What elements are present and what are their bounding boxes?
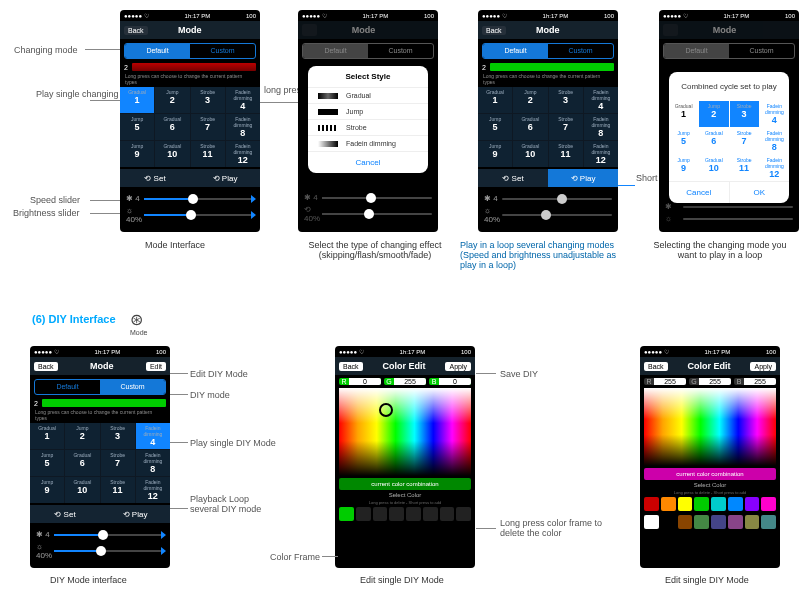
play-button[interactable]: ⟲ Play — [190, 169, 260, 187]
brightness-slider[interactable]: ☼ 40% — [126, 206, 254, 224]
color-swatch[interactable] — [661, 515, 676, 529]
label-bright-slider: Brightness slider — [13, 208, 80, 218]
cancel-button[interactable]: Cancel — [669, 182, 729, 203]
color-picker[interactable] — [339, 388, 471, 476]
caption-7: Edit single DIY Mode — [665, 575, 749, 585]
phone-mode-interface: ●●●●● ♡1h:17 PM100 Back Mode DefaultCust… — [120, 10, 260, 232]
label-playback-loop: Playback Loop several DIY mode — [190, 494, 280, 514]
caption-6: Edit single DIY Mode — [360, 575, 444, 585]
page-title: Mode — [178, 25, 202, 35]
caption-5: DIY Mode interface — [50, 575, 127, 585]
arrow-bright — [90, 213, 120, 214]
arrow-play-single — [90, 100, 120, 101]
color-swatch[interactable] — [694, 515, 709, 529]
color-swatch[interactable] — [761, 515, 776, 529]
play-button[interactable]: ⟲ Play — [548, 169, 618, 187]
color-swatch[interactable] — [661, 497, 676, 511]
cancel-button[interactable]: Cancel — [308, 152, 428, 173]
color-frame-row[interactable] — [335, 507, 475, 525]
apply-button[interactable]: Apply — [445, 362, 471, 371]
label-changing-mode: Changing mode — [14, 45, 78, 55]
color-swatch[interactable] — [761, 497, 776, 511]
color-swatch[interactable] — [440, 507, 455, 521]
color-swatch[interactable] — [711, 497, 726, 511]
phone-play-loop: ●●●●● ♡1h:17 PM100 BackMode DefaultCusto… — [478, 10, 618, 232]
phone-color-edit-1: ●●●●● ♡1h:17 PM100 BackColor EditApply R… — [335, 346, 475, 568]
color-swatch[interactable] — [694, 497, 709, 511]
label-diy-mode: DIY mode — [190, 390, 230, 400]
color-swatch[interactable] — [373, 507, 388, 521]
phone-color-edit-2: ●●●●● ♡1h:17 PM100 BackColor EditApply R… — [640, 346, 780, 568]
color-swatch[interactable] — [728, 515, 743, 529]
mode-grid: Gradual1 Jump2 Strobe3 Fadein dimming4 J… — [120, 87, 260, 167]
caption-3: Play in a loop several changing modes (S… — [460, 240, 630, 270]
color-swatch[interactable] — [389, 507, 404, 521]
preview-bar — [132, 63, 256, 71]
arrow-short-press — [615, 185, 635, 186]
edit-button[interactable]: Edit — [146, 362, 166, 371]
color-swatch[interactable] — [406, 507, 421, 521]
color-swatch[interactable] — [745, 515, 760, 529]
color-swatch[interactable] — [678, 515, 693, 529]
section-diy-title: (6) DIY Interface — [32, 313, 116, 325]
label-speed-slider: Speed slider — [30, 195, 80, 205]
caption-4: Selecting the changing mode you want to … — [650, 240, 790, 260]
set-button[interactable]: ⟲ Set — [120, 169, 190, 187]
modal-body: Combined cycle set to play — [669, 72, 789, 101]
phone-diy-interface: ●●●●● ♡1h:17 PM100 BackModeEdit DefaultC… — [30, 346, 170, 568]
set-button[interactable]: ⟲ Set — [478, 169, 548, 187]
color-swatch[interactable] — [339, 507, 354, 521]
arrow-speed — [90, 200, 120, 201]
phone-combined-cycle: ●●●●● ♡1h:17 PM100 Mode DefaultCustom ✱ … — [659, 10, 799, 232]
caption-2: Select the type of changing effect (skip… — [295, 240, 455, 260]
color-swatch[interactable] — [728, 497, 743, 511]
label-play-single-diy: Play single DIY Mode — [190, 438, 276, 448]
color-swatch[interactable] — [678, 497, 693, 511]
color-swatch[interactable] — [456, 507, 471, 521]
caption-1: Mode Interface — [145, 240, 205, 250]
color-swatch[interactable] — [644, 497, 659, 511]
color-swatch[interactable] — [644, 515, 659, 529]
color-swatch[interactable] — [356, 507, 371, 521]
style-option[interactable]: Gradual — [308, 87, 428, 103]
arrow-changing-mode — [85, 49, 120, 50]
label-edit-diy: Edit DIY Mode — [190, 369, 248, 379]
phone-select-style: ●●●●● ♡1h:17 PM100 Mode DefaultCustom ✱ … — [298, 10, 438, 232]
speed-slider[interactable]: ✱ 4 — [126, 194, 254, 203]
ok-button[interactable]: OK — [729, 182, 790, 203]
label-color-frame: Color Frame — [270, 552, 320, 562]
arrow-long-press — [258, 102, 298, 103]
label-save-diy: Save DIY — [500, 369, 538, 379]
current-color-combo: current color combination — [339, 478, 471, 490]
style-option[interactable]: Fadein dimming — [308, 135, 428, 151]
label-long-press-color: Long press color frame to delete the col… — [500, 518, 620, 538]
modal-title: Select Style — [308, 66, 428, 87]
style-option[interactable]: Jump — [308, 103, 428, 119]
color-swatch[interactable] — [423, 507, 438, 521]
color-swatch[interactable] — [711, 515, 726, 529]
mode-icon: ⊛Mode — [130, 310, 148, 336]
back-button[interactable]: Back — [124, 26, 148, 35]
segment-default-custom[interactable]: DefaultCustom — [124, 43, 256, 59]
style-option[interactable]: Strobe — [308, 119, 428, 135]
color-swatch[interactable] — [745, 497, 760, 511]
